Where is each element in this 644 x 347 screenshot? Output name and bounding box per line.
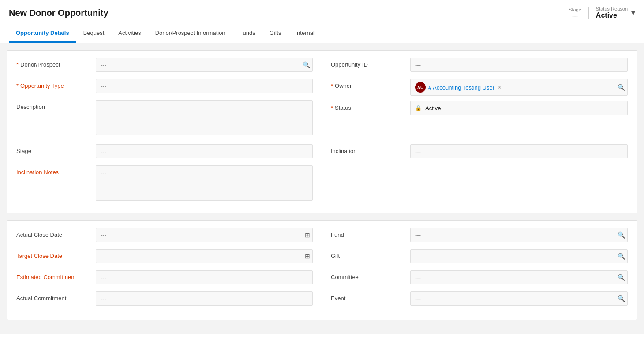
event-row: Event --- 🔍 [331,291,628,307]
description-input[interactable]: --- [96,100,313,135]
inclination-row: Inclination --- [331,144,628,160]
status-row: *Status 🔒 Active [331,101,628,117]
fund-input-wrapper: --- 🔍 [410,228,628,242]
inclination-notes-value: --- [101,169,106,176]
status-dropdown-button[interactable]: ▾ [631,8,635,18]
tab-activities[interactable]: Activities [111,24,148,43]
stage-row: Stage --- [16,144,313,160]
tab-internal[interactable]: Internal [288,24,321,43]
inclination-notes-input-wrapper: --- [96,165,313,201]
target-close-date-input-wrapper: --- ⊞ [96,249,313,263]
target-close-date-input[interactable]: --- [96,249,313,263]
opportunity-type-value: --- [101,83,106,90]
status-reason-value: Active [596,11,617,19]
actual-commitment-label: Actual Commitment [16,291,96,302]
stage-value: --- [101,148,106,155]
stage-label: Stage [16,144,96,154]
form-col-right-1b: Inclination --- [322,144,628,206]
committee-label: Committee [331,270,410,280]
committee-row: Committee --- 🔍 [331,270,628,286]
estimated-commitment-input[interactable]: --- [96,270,313,284]
description-input-wrapper: --- [96,100,313,135]
donor-prospect-input-wrapper: --- 🔍 [96,58,313,72]
form-col-left-2: Actual Close Date --- ⊞ Target Close Dat [16,228,322,313]
stage-label: Stage [569,7,581,12]
form-col-right-2: Fund --- 🔍 Gift [322,228,628,313]
status-input-wrapper: 🔒 Active [410,101,628,115]
target-close-date-row: Target Close Date --- ⊞ [16,249,313,265]
form-col-left-1b: Stage --- Inclination Notes [16,144,322,206]
tab-funds[interactable]: Funds [232,24,262,43]
event-value: --- [415,295,421,302]
opportunity-id-label: Opportunity ID [331,58,410,68]
gift-input[interactable]: --- [410,249,628,263]
inclination-notes-input[interactable]: --- [96,165,313,201]
opportunity-id-value: --- [415,62,421,68]
description-value: --- [101,104,106,111]
section-card-1: *Donor/Prospect --- 🔍 *Opportunity Type [7,50,637,213]
estimated-commitment-label: Estimated Commitment [16,270,96,280]
actual-close-date-label: Actual Close Date [16,228,96,238]
committee-input[interactable]: --- [410,270,628,284]
tab-donor-prospect-information[interactable]: Donor/Prospect Information [148,24,232,43]
tab-gifts[interactable]: Gifts [262,24,288,43]
event-search-button[interactable]: 🔍 [618,295,625,302]
actual-close-date-calendar-button[interactable]: ⊞ [305,231,310,239]
section-card-2: Actual Close Date --- ⊞ Target Close Dat [7,220,637,320]
form-grid-1b: Stage --- Inclination Notes [16,144,628,206]
status-input[interactable]: 🔒 Active [410,101,628,115]
committee-value: --- [415,274,421,281]
estimated-commitment-input-wrapper: --- [96,270,313,284]
fund-label: Fund [331,228,410,238]
opportunity-type-required-star: * [16,82,19,89]
opportunity-id-row: Opportunity ID --- [331,58,628,74]
estimated-commitment-row: Estimated Commitment --- [16,270,313,286]
tab-opportunity-details[interactable]: Opportunity Details [9,24,76,43]
opportunity-type-label: *Opportunity Type [16,79,96,89]
status-block: Status Reason Active [589,6,628,19]
actual-close-date-input[interactable]: --- [96,228,313,242]
event-input[interactable]: --- [410,291,628,306]
tabs-bar: Opportunity Details Bequest Activities D… [0,24,644,43]
opportunity-id-input: --- [410,58,628,72]
owner-label: *Owner [331,79,410,89]
main-content: *Donor/Prospect --- 🔍 *Opportunity Type [0,43,644,334]
committee-search-button[interactable]: 🔍 [618,274,625,281]
inclination-notes-label: Inclination Notes [16,165,96,175]
donor-prospect-value: --- [101,62,106,68]
actual-close-date-row: Actual Close Date --- ⊞ [16,228,313,244]
target-close-date-value: --- [101,253,106,260]
fund-search-button[interactable]: 🔍 [618,231,625,239]
event-input-wrapper: --- 🔍 [410,291,628,306]
gift-label: Gift [331,249,410,259]
gift-search-button[interactable]: 🔍 [618,253,625,260]
actual-commitment-input[interactable]: --- [96,291,313,306]
owner-link[interactable]: # Accounting Testing User [428,84,494,91]
opportunity-type-input-wrapper: --- [96,79,313,93]
owner-input[interactable]: AU # Accounting Testing User × [410,79,628,96]
status-required-star: * [331,104,333,111]
gift-value: --- [415,253,421,260]
donor-prospect-input[interactable]: --- [96,58,313,72]
owner-search-button[interactable]: 🔍 [618,84,625,91]
stage-input[interactable]: --- [96,144,313,158]
actual-close-date-value: --- [101,232,106,239]
estimated-commitment-value: --- [101,274,106,281]
tab-bequest[interactable]: Bequest [76,24,112,43]
inclination-input[interactable]: --- [410,144,628,158]
opportunity-type-input[interactable]: --- [96,79,313,93]
fund-row: Fund --- 🔍 [331,228,628,244]
description-label: Description [16,100,96,110]
form-col-left-1: *Donor/Prospect --- 🔍 *Opportunity Type [16,58,322,141]
fund-input[interactable]: --- [410,228,628,242]
target-close-date-calendar-button[interactable]: ⊞ [305,253,310,260]
owner-remove-button[interactable]: × [498,84,501,90]
status-value: Active [425,105,441,112]
inclination-notes-row: Inclination Notes --- [16,165,313,201]
stage-block: Stage --- [569,7,589,19]
fund-value: --- [415,232,421,239]
event-label: Event [331,291,410,302]
owner-required-star: * [331,82,333,89]
form-grid-1: *Donor/Prospect --- 🔍 *Opportunity Type [16,58,628,141]
donor-prospect-search-button[interactable]: 🔍 [303,61,310,68]
